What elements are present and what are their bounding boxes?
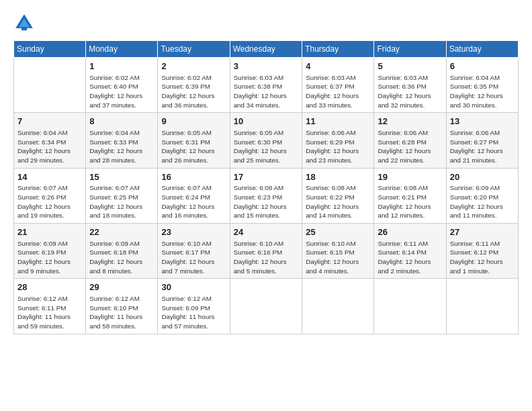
weekday-header-row: SundayMondayTuesdayWednesdayThursdayFrid… xyxy=(14,41,519,58)
logo-icon xyxy=(13,12,35,34)
weekday-header-saturday: Saturday xyxy=(446,41,518,58)
cell-info: Sunrise: 6:11 AM Sunset: 6:12 PM Dayligh… xyxy=(450,239,515,276)
day-number: 14 xyxy=(17,171,82,183)
day-number: 28 xyxy=(17,281,82,293)
calendar-cell: 10Sunrise: 6:05 AM Sunset: 6:30 PM Dayli… xyxy=(230,113,302,168)
day-number: 1 xyxy=(89,60,154,73)
cell-info: Sunrise: 6:12 AM Sunset: 6:11 PM Dayligh… xyxy=(17,294,82,331)
cell-info: Sunrise: 6:09 AM Sunset: 6:18 PM Dayligh… xyxy=(89,239,154,276)
cell-info: Sunrise: 6:10 AM Sunset: 6:15 PM Dayligh… xyxy=(306,239,370,276)
day-number: 12 xyxy=(378,116,442,128)
day-number: 30 xyxy=(161,281,226,293)
day-number: 7 xyxy=(17,116,82,128)
calendar-cell: 24Sunrise: 6:10 AM Sunset: 6:16 PM Dayli… xyxy=(230,224,302,279)
cell-info: Sunrise: 6:03 AM Sunset: 6:36 PM Dayligh… xyxy=(378,73,442,110)
weekday-header-friday: Friday xyxy=(374,41,446,58)
day-number: 4 xyxy=(306,60,370,73)
calendar-cell: 21Sunrise: 6:09 AM Sunset: 6:19 PM Dayli… xyxy=(14,224,86,279)
calendar-cell: 27Sunrise: 6:11 AM Sunset: 6:12 PM Dayli… xyxy=(446,224,518,279)
calendar-cell: 18Sunrise: 6:08 AM Sunset: 6:22 PM Dayli… xyxy=(302,168,374,223)
weekday-header-thursday: Thursday xyxy=(302,41,374,58)
cell-info: Sunrise: 6:03 AM Sunset: 6:38 PM Dayligh… xyxy=(234,73,299,110)
day-number: 11 xyxy=(306,116,370,128)
logo xyxy=(13,12,38,34)
weekday-header-monday: Monday xyxy=(86,41,158,58)
calendar-cell: 6Sunrise: 6:04 AM Sunset: 6:35 PM Daylig… xyxy=(446,58,518,113)
weekday-header-tuesday: Tuesday xyxy=(158,41,230,58)
cell-info: Sunrise: 6:05 AM Sunset: 6:30 PM Dayligh… xyxy=(234,128,299,165)
cell-info: Sunrise: 6:09 AM Sunset: 6:19 PM Dayligh… xyxy=(17,239,82,276)
cell-info: Sunrise: 6:07 AM Sunset: 6:26 PM Dayligh… xyxy=(17,183,82,220)
day-number: 9 xyxy=(161,116,226,128)
calendar-cell: 12Sunrise: 6:06 AM Sunset: 6:28 PM Dayli… xyxy=(374,113,446,168)
day-number: 23 xyxy=(161,226,226,238)
calendar-cell: 9Sunrise: 6:05 AM Sunset: 6:31 PM Daylig… xyxy=(158,113,230,168)
day-number: 29 xyxy=(89,281,154,293)
cell-info: Sunrise: 6:06 AM Sunset: 6:29 PM Dayligh… xyxy=(306,128,370,165)
calendar-cell: 28Sunrise: 6:12 AM Sunset: 6:11 PM Dayli… xyxy=(14,279,86,334)
calendar-cell xyxy=(14,58,86,113)
week-row-2: 7Sunrise: 6:04 AM Sunset: 6:34 PM Daylig… xyxy=(14,113,519,168)
week-row-3: 14Sunrise: 6:07 AM Sunset: 6:26 PM Dayli… xyxy=(14,168,519,223)
day-number: 18 xyxy=(306,171,370,183)
calendar-cell: 23Sunrise: 6:10 AM Sunset: 6:17 PM Dayli… xyxy=(158,224,230,279)
day-number: 13 xyxy=(450,116,515,128)
cell-info: Sunrise: 6:05 AM Sunset: 6:31 PM Dayligh… xyxy=(161,128,226,165)
calendar-cell: 22Sunrise: 6:09 AM Sunset: 6:18 PM Dayli… xyxy=(86,224,158,279)
day-number: 6 xyxy=(450,60,515,73)
cell-info: Sunrise: 6:07 AM Sunset: 6:25 PM Dayligh… xyxy=(89,183,154,220)
day-number: 24 xyxy=(234,226,299,238)
svg-rect-2 xyxy=(21,27,27,30)
cell-info: Sunrise: 6:06 AM Sunset: 6:28 PM Dayligh… xyxy=(378,128,442,165)
day-number: 15 xyxy=(89,171,154,183)
calendar-cell: 8Sunrise: 6:04 AM Sunset: 6:33 PM Daylig… xyxy=(86,113,158,168)
day-number: 5 xyxy=(378,60,442,73)
calendar-cell xyxy=(374,279,446,334)
cell-info: Sunrise: 6:04 AM Sunset: 6:34 PM Dayligh… xyxy=(17,128,82,165)
day-number: 2 xyxy=(161,60,226,73)
cell-info: Sunrise: 6:10 AM Sunset: 6:16 PM Dayligh… xyxy=(234,239,299,276)
calendar-cell: 16Sunrise: 6:07 AM Sunset: 6:24 PM Dayli… xyxy=(158,168,230,223)
day-number: 8 xyxy=(89,116,154,128)
day-number: 26 xyxy=(378,226,442,238)
day-number: 17 xyxy=(234,171,299,183)
header xyxy=(13,12,519,34)
day-number: 25 xyxy=(306,226,370,238)
page: SundayMondayTuesdayWednesdayThursdayFrid… xyxy=(0,0,532,411)
calendar-cell xyxy=(230,279,302,334)
cell-info: Sunrise: 6:08 AM Sunset: 6:22 PM Dayligh… xyxy=(306,183,370,220)
calendar: SundayMondayTuesdayWednesdayThursdayFrid… xyxy=(13,40,519,334)
day-number: 21 xyxy=(17,226,82,238)
calendar-cell: 14Sunrise: 6:07 AM Sunset: 6:26 PM Dayli… xyxy=(14,168,86,223)
cell-info: Sunrise: 6:07 AM Sunset: 6:24 PM Dayligh… xyxy=(161,183,226,220)
day-number: 16 xyxy=(161,171,226,183)
calendar-cell: 2Sunrise: 6:02 AM Sunset: 6:39 PM Daylig… xyxy=(158,58,230,113)
day-number: 20 xyxy=(450,171,515,183)
calendar-cell: 7Sunrise: 6:04 AM Sunset: 6:34 PM Daylig… xyxy=(14,113,86,168)
calendar-cell: 25Sunrise: 6:10 AM Sunset: 6:15 PM Dayli… xyxy=(302,224,374,279)
calendar-cell: 19Sunrise: 6:08 AM Sunset: 6:21 PM Dayli… xyxy=(374,168,446,223)
cell-info: Sunrise: 6:08 AM Sunset: 6:23 PM Dayligh… xyxy=(234,183,299,220)
week-row-5: 28Sunrise: 6:12 AM Sunset: 6:11 PM Dayli… xyxy=(14,279,519,334)
week-row-1: 1Sunrise: 6:02 AM Sunset: 6:40 PM Daylig… xyxy=(14,58,519,113)
cell-info: Sunrise: 6:06 AM Sunset: 6:27 PM Dayligh… xyxy=(450,128,515,165)
calendar-cell: 4Sunrise: 6:03 AM Sunset: 6:37 PM Daylig… xyxy=(302,58,374,113)
cell-info: Sunrise: 6:09 AM Sunset: 6:20 PM Dayligh… xyxy=(450,183,515,220)
cell-info: Sunrise: 6:12 AM Sunset: 6:09 PM Dayligh… xyxy=(161,294,226,331)
cell-info: Sunrise: 6:02 AM Sunset: 6:39 PM Dayligh… xyxy=(161,73,226,110)
calendar-cell: 3Sunrise: 6:03 AM Sunset: 6:38 PM Daylig… xyxy=(230,58,302,113)
cell-info: Sunrise: 6:03 AM Sunset: 6:37 PM Dayligh… xyxy=(306,73,370,110)
calendar-cell: 11Sunrise: 6:06 AM Sunset: 6:29 PM Dayli… xyxy=(302,113,374,168)
calendar-cell xyxy=(302,279,374,334)
cell-info: Sunrise: 6:04 AM Sunset: 6:33 PM Dayligh… xyxy=(89,128,154,165)
cell-info: Sunrise: 6:08 AM Sunset: 6:21 PM Dayligh… xyxy=(378,183,442,220)
calendar-cell: 26Sunrise: 6:11 AM Sunset: 6:14 PM Dayli… xyxy=(374,224,446,279)
calendar-cell: 20Sunrise: 6:09 AM Sunset: 6:20 PM Dayli… xyxy=(446,168,518,223)
weekday-header-wednesday: Wednesday xyxy=(230,41,302,58)
calendar-cell: 5Sunrise: 6:03 AM Sunset: 6:36 PM Daylig… xyxy=(374,58,446,113)
calendar-cell: 13Sunrise: 6:06 AM Sunset: 6:27 PM Dayli… xyxy=(446,113,518,168)
cell-info: Sunrise: 6:02 AM Sunset: 6:40 PM Dayligh… xyxy=(89,73,154,110)
calendar-cell: 1Sunrise: 6:02 AM Sunset: 6:40 PM Daylig… xyxy=(86,58,158,113)
day-number: 19 xyxy=(378,171,442,183)
day-number: 22 xyxy=(89,226,154,238)
